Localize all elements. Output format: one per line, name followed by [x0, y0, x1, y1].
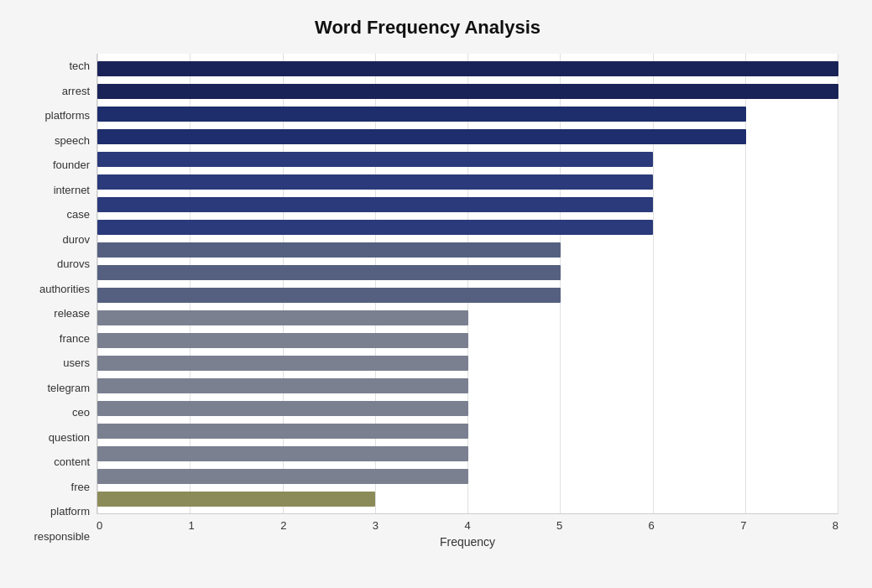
bar: [97, 492, 375, 507]
bar: [97, 446, 468, 461]
y-label: release: [54, 308, 90, 319]
y-axis-labels: techarrestplatformsspeechfounderinternet…: [17, 54, 97, 549]
chart-container: Word Frequency Analysis techarrestplatfo…: [0, 0, 872, 588]
chart-title: Word Frequency Analysis: [17, 17, 838, 39]
x-tick-label: 4: [464, 519, 470, 532]
y-label: internet: [54, 185, 90, 195]
bar: [97, 107, 746, 122]
bar-row: [97, 195, 838, 214]
bar: [97, 265, 561, 280]
bar: [97, 378, 468, 393]
x-tick-label: 8: [833, 519, 838, 532]
bar: [97, 242, 561, 258]
bar-row: [97, 377, 838, 395]
y-label: free: [71, 481, 90, 492]
y-label: arrest: [62, 86, 90, 96]
x-tick-label: 7: [740, 519, 746, 532]
y-label: users: [63, 357, 90, 368]
y-label: speech: [55, 135, 90, 146]
y-label: question: [49, 432, 90, 443]
bar-row: [97, 150, 838, 169]
y-label: founder: [53, 159, 90, 170]
y-label: authorities: [39, 284, 90, 294]
bar: [97, 197, 653, 212]
bar: [97, 424, 468, 439]
bar-row: [97, 173, 838, 191]
chart-area: techarrestplatformsspeechfounderinternet…: [17, 54, 838, 549]
bar: [97, 356, 468, 371]
bar: [97, 288, 561, 303]
bar-row: [97, 354, 838, 372]
x-tick-label: 1: [189, 519, 195, 532]
bar: [97, 152, 653, 167]
bar: [97, 129, 746, 144]
bar: [97, 401, 468, 416]
bar-row: [97, 60, 838, 78]
bar-row: [97, 467, 838, 486]
y-label: content: [54, 456, 90, 467]
y-label: case: [67, 209, 90, 220]
bar-row: [97, 445, 838, 463]
bar-row: [97, 241, 838, 259]
y-label: responsible: [34, 531, 91, 542]
bar-row: [97, 422, 838, 440]
bar-row: [97, 105, 838, 123]
x-tick-label: 0: [97, 519, 102, 532]
bars-wrapper: [97, 54, 838, 513]
y-label: durovs: [57, 258, 90, 269]
x-tick-label: 2: [280, 519, 286, 532]
bar-row: [97, 286, 838, 304]
x-axis-labels: 012345678: [97, 514, 838, 532]
x-tick-label: 5: [556, 519, 562, 532]
bars-area: [97, 54, 838, 514]
x-axis-title: Frequency: [97, 535, 838, 549]
y-label: durov: [62, 234, 90, 245]
y-label: france: [60, 333, 90, 344]
bar-row: [97, 399, 838, 418]
y-label: platforms: [45, 110, 90, 121]
bar: [97, 174, 653, 190]
bar: [97, 220, 653, 235]
bar: [97, 61, 838, 76]
bar-row: [97, 82, 838, 101]
x-tick-label: 6: [649, 519, 655, 532]
bar: [97, 333, 468, 348]
x-tick-label: 3: [373, 519, 379, 532]
y-label: ceo: [72, 407, 90, 418]
y-label: tech: [69, 60, 90, 71]
bar-row: [97, 218, 838, 237]
y-label: platform: [50, 506, 90, 517]
bar: [97, 310, 468, 325]
y-label: telegram: [47, 382, 90, 393]
bar: [97, 84, 838, 99]
bar-row: [97, 490, 838, 508]
bar-row: [97, 331, 838, 350]
bars-and-xaxis: 012345678 Frequency: [97, 54, 838, 549]
bar-row: [97, 309, 838, 327]
bar-row: [97, 263, 838, 282]
bar: [97, 469, 468, 484]
bar-row: [97, 127, 838, 146]
